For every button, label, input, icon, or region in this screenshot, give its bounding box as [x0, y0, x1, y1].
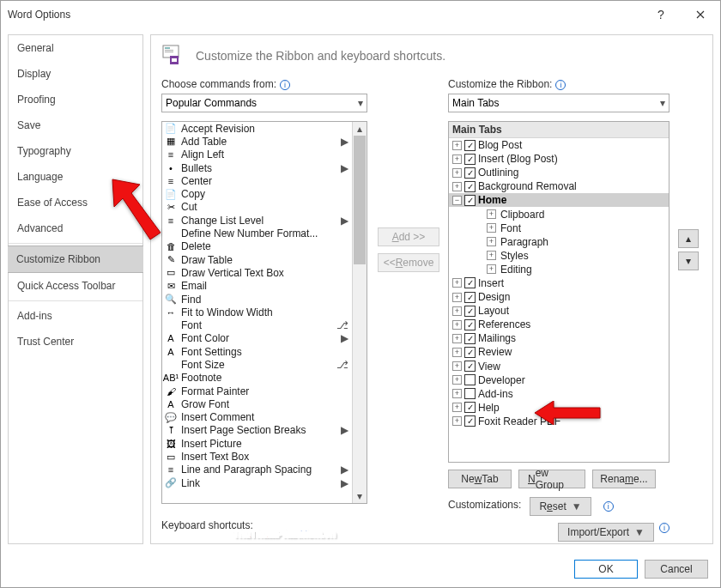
command-item[interactable]: ≡Center — [162, 174, 352, 187]
info-icon[interactable]: i — [555, 80, 566, 90]
customize-ribbon-combo[interactable]: Main Tabs ▾ — [448, 94, 670, 112]
command-item[interactable]: 📄Copy — [162, 187, 352, 200]
expander-icon[interactable]: + — [452, 293, 462, 302]
checkbox[interactable]: ✓ — [464, 347, 476, 358]
checkbox[interactable]: ✓ — [464, 333, 476, 344]
tree-tab-item[interactable]: +✓References — [449, 318, 669, 331]
nav-display[interactable]: Display — [9, 61, 142, 87]
expander-icon[interactable]: + — [452, 155, 462, 164]
expander-icon[interactable]: + — [452, 278, 462, 288]
command-item[interactable]: ✂Cut — [162, 201, 352, 214]
checkbox[interactable]: ✓ — [464, 277, 476, 288]
tree-child-item[interactable]: +Paragraph — [449, 235, 669, 249]
checkbox[interactable]: ✓ — [464, 402, 476, 413]
tree-tab-item[interactable]: +✓Design — [449, 290, 669, 304]
ribbon-tree[interactable]: Main Tabs +✓Blog Post+✓Insert (Blog Post… — [448, 121, 670, 463]
tree-child-item[interactable]: +Editing — [449, 263, 669, 276]
tree-tab-item[interactable]: +✓Insert — [449, 276, 669, 290]
checkbox[interactable]: ✓ — [464, 154, 476, 165]
info-icon[interactable]: i — [603, 501, 614, 512]
checkbox[interactable] — [464, 374, 476, 385]
nav-customize-ribbon[interactable]: Customize Ribbon — [8, 246, 143, 273]
command-item[interactable]: Font⎇ — [162, 318, 352, 331]
nav-advanced[interactable]: Advanced — [9, 215, 142, 241]
checkbox[interactable]: ✓ — [464, 361, 476, 372]
command-item[interactable]: ≡Line and Paragraph Spacing▶ — [162, 464, 352, 476]
command-item[interactable]: 🔗Link▶ — [162, 476, 352, 489]
command-item[interactable]: 🖌Format Painter — [162, 385, 352, 397]
scrollbar[interactable]: ▴ ▾ — [352, 122, 367, 503]
nav-general[interactable]: General — [9, 35, 142, 61]
tree-tab-item[interactable]: +Add-ins — [449, 387, 669, 401]
command-item[interactable]: AB¹Footnote — [162, 372, 352, 385]
tree-tab-item[interactable]: +✓Layout — [449, 304, 669, 318]
tree-tab-item[interactable]: +✓Foxit Reader PDF — [449, 415, 669, 428]
cancel-button[interactable]: Cancel — [645, 560, 708, 579]
tree-tab-item[interactable]: +✓View — [449, 360, 669, 373]
tree-child-item[interactable]: +Clipboard — [449, 207, 669, 221]
checkbox[interactable]: ✓ — [464, 140, 476, 151]
tree-tab-item[interactable]: +✓Review — [449, 345, 669, 359]
scroll-up-icon[interactable]: ▴ — [353, 122, 367, 136]
expander-icon[interactable]: − — [452, 196, 462, 205]
command-item[interactable]: ↔Fit to Window Width — [162, 306, 352, 318]
expander-icon[interactable]: + — [452, 334, 462, 343]
expander-icon[interactable]: + — [452, 168, 462, 178]
expander-icon[interactable]: + — [452, 320, 462, 330]
info-icon[interactable]: i — [280, 80, 290, 90]
move-down-button[interactable]: ▾ — [678, 252, 699, 270]
expander-icon[interactable]: + — [452, 389, 462, 398]
command-item[interactable]: 🖼Insert Picture — [162, 437, 352, 450]
expander-icon[interactable]: + — [487, 223, 496, 233]
scrollbar-thumb[interactable] — [354, 136, 366, 264]
new-tab-button[interactable]: New Tab — [448, 470, 512, 488]
tree-tab-item[interactable]: +Developer — [449, 373, 669, 387]
checkbox[interactable]: ✓ — [464, 181, 476, 192]
command-item[interactable]: AFont Color▶ — [162, 332, 352, 345]
scroll-down-icon[interactable]: ▾ — [353, 489, 367, 503]
expander-icon[interactable]: + — [452, 182, 462, 191]
expander-icon[interactable]: + — [452, 348, 462, 357]
rename-button[interactable]: Rename... — [592, 470, 656, 488]
choose-commands-combo[interactable]: Popular Commands ▾ — [161, 94, 367, 112]
command-item[interactable]: AGrow Font — [162, 397, 352, 410]
checkbox[interactable]: ✓ — [464, 195, 476, 206]
command-item[interactable]: 📄Accept Revision — [162, 122, 352, 135]
tree-tab-item[interactable]: +✓Help — [449, 401, 669, 415]
new-group-button[interactable]: New Group — [518, 470, 585, 488]
nav-language[interactable]: Language — [9, 164, 142, 190]
expander-icon[interactable]: + — [452, 306, 462, 316]
add-button[interactable]: Add >> — [378, 227, 439, 246]
nav-quick-access-toolbar[interactable]: Quick Access Toolbar — [9, 273, 142, 299]
tree-tab-item[interactable]: +✓Outlining — [449, 166, 669, 179]
nav-proofing[interactable]: Proofing — [9, 87, 142, 112]
nav-typography[interactable]: Typography — [9, 138, 142, 164]
command-item[interactable]: 🔍Find — [162, 293, 352, 306]
remove-button[interactable]: << Remove — [378, 253, 439, 272]
close-button[interactable] — [681, 1, 720, 27]
nav-ease-of-access[interactable]: Ease of Access — [9, 190, 142, 215]
expander-icon[interactable]: + — [487, 264, 496, 274]
expander-icon[interactable]: + — [452, 361, 462, 371]
checkbox[interactable]: ✓ — [464, 306, 476, 317]
command-item[interactable]: •Bullets▶ — [162, 161, 352, 174]
checkbox[interactable]: ✓ — [464, 167, 476, 179]
nav-add-ins[interactable]: Add-ins — [9, 303, 142, 329]
info-icon[interactable]: i — [659, 523, 670, 533]
nav-save[interactable]: Save — [9, 112, 142, 138]
expander-icon[interactable]: + — [452, 141, 462, 150]
tree-tab-item[interactable]: −✓Home — [449, 193, 669, 207]
command-item[interactable]: ▭Insert Text Box — [162, 450, 352, 463]
commands-listbox[interactable]: 📄Accept Revision▦Add Table▶≡Align Left•B… — [161, 121, 367, 504]
tree-tab-item[interactable]: +✓Mailings — [449, 331, 669, 345]
checkbox[interactable]: ✓ — [464, 292, 476, 303]
checkbox[interactable]: ✓ — [464, 415, 476, 427]
command-item[interactable]: 🗑Delete — [162, 240, 352, 253]
command-item[interactable]: ≡Change List Level▶ — [162, 214, 352, 227]
expander-icon[interactable]: + — [487, 209, 496, 219]
tree-tab-item[interactable]: +✓Insert (Blog Post) — [449, 152, 669, 166]
expander-icon[interactable]: + — [487, 251, 496, 260]
checkbox[interactable] — [464, 388, 476, 399]
command-item[interactable]: ✎Draw Table — [162, 253, 352, 266]
move-up-button[interactable]: ▴ — [678, 229, 699, 248]
